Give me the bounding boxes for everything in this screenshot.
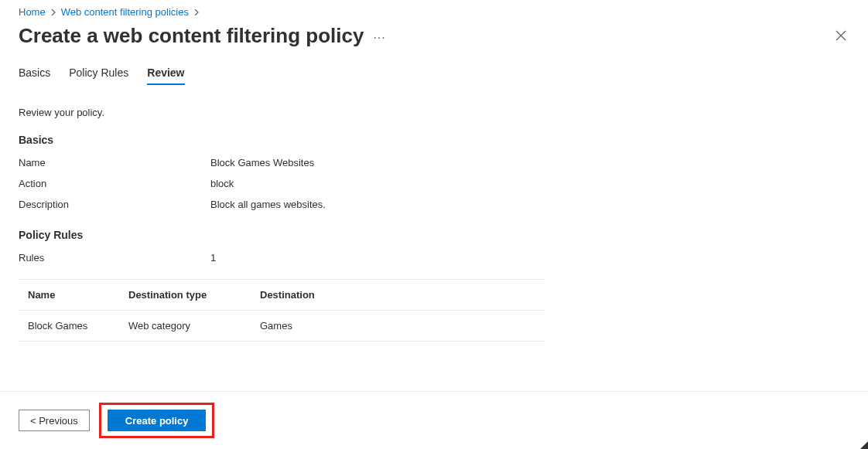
policy-rules-summary: Rules 1	[19, 252, 849, 264]
col-header-name: Name	[28, 289, 128, 301]
breadcrumb-policies[interactable]: Web content filtering policies	[61, 6, 189, 18]
label-action: Action	[19, 178, 210, 189]
breadcrumb: Home Web content filtering policies	[19, 6, 849, 18]
previous-button[interactable]: < Previous	[19, 410, 90, 431]
label-rules: Rules	[19, 252, 210, 264]
label-description: Description	[19, 199, 210, 210]
table-row: Block Games Web category Games	[19, 311, 545, 342]
col-header-dest-type: Destination type	[128, 289, 260, 301]
rules-table: Name Destination type Destination Block …	[19, 279, 545, 342]
col-header-destination: Destination	[260, 289, 535, 301]
tab-basics[interactable]: Basics	[19, 66, 50, 85]
label-name: Name	[19, 157, 210, 168]
tab-policy-rules[interactable]: Policy Rules	[69, 66, 128, 85]
breadcrumb-home[interactable]: Home	[19, 6, 46, 18]
page-title: Create a web content filtering policy	[19, 24, 364, 48]
cell-rule-destination: Games	[260, 320, 535, 332]
intro-text: Review your policy.	[19, 107, 849, 118]
chevron-right-icon	[50, 8, 56, 17]
cell-rule-name: Block Games	[28, 320, 128, 332]
create-policy-button[interactable]: Create policy	[108, 410, 207, 431]
value-name: Block Games Websites	[210, 157, 849, 168]
tab-review[interactable]: Review	[147, 66, 184, 85]
chevron-right-icon	[193, 8, 200, 17]
cell-rule-dest-type: Web category	[128, 320, 260, 332]
highlight-annotation: Create policy	[99, 403, 215, 438]
value-description: Block all games websites.	[210, 199, 849, 210]
section-heading-basics: Basics	[19, 134, 849, 146]
value-rules-count: 1	[210, 252, 849, 264]
close-icon	[836, 30, 846, 41]
section-heading-policy-rules: Policy Rules	[19, 229, 849, 241]
tabs: Basics Policy Rules Review	[19, 66, 849, 85]
value-action: block	[210, 178, 849, 189]
footer-bar: < Previous Create policy	[0, 391, 868, 449]
basics-summary: Name Block Games Websites Action block D…	[19, 157, 849, 210]
more-icon[interactable]: ···	[373, 32, 385, 44]
resize-handle-icon[interactable]	[860, 441, 868, 449]
close-button[interactable]	[832, 26, 849, 46]
